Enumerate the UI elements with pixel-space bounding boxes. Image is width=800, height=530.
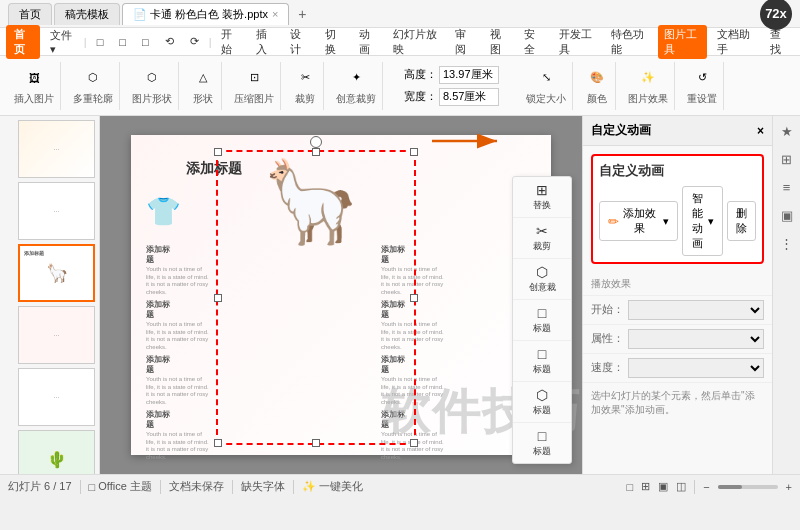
tab-template[interactable]: 稿壳模板	[54, 3, 120, 25]
slide-thumb-7[interactable]: ···	[18, 306, 95, 364]
design-tab[interactable]: 设计	[284, 25, 314, 59]
new-icon[interactable]: □	[91, 34, 110, 50]
switch-tab[interactable]: 切换	[319, 25, 349, 59]
add-tab-button[interactable]: +	[291, 3, 313, 25]
insert-image-icon[interactable]: 🖼	[22, 66, 46, 90]
view-tab[interactable]: 视图	[484, 25, 514, 59]
ctx-creative[interactable]: ⬡ 创意裁	[513, 259, 571, 300]
ctx-crop[interactable]: ✂ 裁剪	[513, 218, 571, 259]
image-tools-tab[interactable]: 图片工具	[658, 25, 707, 59]
review-tab[interactable]: 审阅	[449, 25, 479, 59]
zoom-in-btn[interactable]: +	[786, 481, 792, 493]
compress-icon[interactable]: ⊡	[242, 66, 266, 90]
animation-panel-close[interactable]: ×	[757, 124, 764, 138]
insert-image-group: 🖼 插入图片	[8, 62, 61, 110]
handle-bm[interactable]	[312, 439, 320, 447]
file-menu[interactable]: 文件▾	[44, 26, 79, 58]
one-key-button[interactable]: ✨ 一键美化	[302, 479, 363, 494]
view-present-btn[interactable]: ◫	[676, 480, 686, 493]
right-icons-strip: ★ ⊞ ≡ ▣ ⋮	[772, 116, 800, 474]
handle-tm[interactable]	[312, 148, 320, 156]
title-bar-tabs: 首页 稿壳模板 📄 卡通 粉色白色 装扮.pptx × +	[8, 3, 760, 25]
rotate-handle[interactable]	[310, 136, 322, 148]
view-normal-btn[interactable]: □	[626, 481, 633, 493]
doc-helper-tab[interactable]: 文档助手	[711, 25, 760, 59]
toolbar: 首页 文件▾ | □ □ □ ⟲ ⟳ | 开始 插入 设计 切换 动画 幻灯片放…	[0, 28, 800, 56]
image-shape-icon[interactable]: ⬡	[140, 66, 164, 90]
reset-label: 重设置	[687, 92, 717, 106]
crop-group: ✂ 裁剪	[287, 62, 324, 110]
handle-bl[interactable]	[214, 439, 222, 447]
creative-crop-icon[interactable]: ✦	[344, 66, 368, 90]
handle-br[interactable]	[410, 439, 418, 447]
ctx-replace[interactable]: ⊞ 替换	[513, 177, 571, 218]
height-input[interactable]	[439, 66, 499, 84]
slide-thumb-8[interactable]: ···	[18, 368, 95, 426]
special-tab[interactable]: 特色功能	[605, 25, 654, 59]
slide-thumb-6[interactable]: 添加标题 🦙	[18, 244, 95, 302]
file-save-status[interactable]: 文档未保存	[169, 479, 224, 494]
slideshow-tab[interactable]: 幻灯片放映	[387, 25, 445, 59]
missing-font-status[interactable]: 缺失字体	[241, 479, 285, 494]
color-label: 颜色	[587, 92, 607, 106]
start-select[interactable]	[628, 300, 764, 320]
security-tab[interactable]: 安全	[518, 25, 548, 59]
width-label: 宽度：	[404, 89, 437, 104]
delete-effect-button[interactable]: 删除	[727, 201, 756, 241]
tab-close-icon[interactable]: ×	[272, 8, 278, 20]
search-tab[interactable]: 查找	[764, 25, 794, 59]
view-reader-btn[interactable]: ▣	[658, 480, 668, 493]
ctx-item4[interactable]: □ 标题	[513, 423, 571, 463]
smart-anim-label: 智能动画	[691, 191, 705, 251]
animation-tab[interactable]: 动画	[353, 25, 383, 59]
theme-icon: □	[89, 481, 96, 493]
anim-start-section: 播放效果	[583, 272, 772, 296]
handle-mr[interactable]	[410, 294, 418, 302]
save-icon[interactable]: □	[136, 34, 155, 50]
slide-wrapper-8: 8 ···	[4, 368, 95, 426]
resize-icon[interactable]: ⤡	[534, 66, 558, 90]
duration-select[interactable]	[628, 329, 764, 349]
undo-icon[interactable]: ⟲	[159, 33, 180, 50]
ri-list-icon[interactable]: ≡	[776, 176, 798, 198]
outline-icon[interactable]: ⬡	[81, 66, 105, 90]
slide-thumb-5[interactable]: ···	[18, 182, 95, 240]
ctx-item2[interactable]: □ 标题	[513, 341, 571, 382]
speed-select[interactable]	[628, 358, 764, 378]
compress-group: ⊡ 压缩图片	[228, 62, 281, 110]
home-button[interactable]: 首页	[6, 25, 40, 59]
tab-file[interactable]: 📄 卡通 粉色白色 装扮.pptx ×	[122, 3, 289, 25]
smart-anim-button[interactable]: 智能动画 ▾	[682, 186, 724, 256]
redo-icon[interactable]: ⟳	[184, 33, 205, 50]
add-effect-button[interactable]: ✏ 添加效果 ▾	[599, 201, 678, 241]
image-effect-icon[interactable]: ✨	[636, 66, 660, 90]
shape-icon[interactable]: △	[191, 66, 215, 90]
slide-thumb-9[interactable]: 🌵	[18, 430, 95, 474]
ri-more-icon[interactable]: ⋮	[776, 232, 798, 254]
ri-layout-icon[interactable]: ▣	[776, 204, 798, 226]
zoom-out-btn[interactable]: −	[703, 481, 709, 493]
ctx-item3[interactable]: ⬡ 标题	[513, 382, 571, 423]
open-icon[interactable]: □	[113, 34, 132, 50]
view-grid-btn[interactable]: ⊞	[641, 480, 650, 493]
ctx-icon2: □	[538, 346, 546, 362]
devtools-tab[interactable]: 开发工具	[553, 25, 602, 59]
tab-home[interactable]: 首页	[8, 3, 52, 25]
handle-ml[interactable]	[214, 294, 222, 302]
ctx-item1[interactable]: □ 标题	[513, 300, 571, 341]
insert-tab[interactable]: 插入	[250, 25, 280, 59]
animation-panel: 自定义动画 × 自定义动画 ✏ 添加效果 ▾ 智能动画 ▾ 删除 播放效果	[582, 116, 772, 474]
crop-icon[interactable]: ✂	[293, 66, 317, 90]
handle-tl[interactable]	[214, 148, 222, 156]
width-input[interactable]	[439, 88, 499, 106]
ri-grid-icon[interactable]: ⊞	[776, 148, 798, 170]
handle-tr[interactable]	[410, 148, 418, 156]
ri-star-icon[interactable]: ★	[776, 120, 798, 142]
reset-icon[interactable]: ↺	[690, 66, 714, 90]
slide-thumb-4[interactable]: ···	[18, 120, 95, 178]
color-icon[interactable]: 🎨	[585, 66, 609, 90]
compress-label: 压缩图片	[234, 92, 274, 106]
office-theme[interactable]: □ Office 主题	[89, 479, 152, 494]
zoom-slider[interactable]	[718, 485, 778, 489]
start-tab[interactable]: 开始	[215, 25, 245, 59]
